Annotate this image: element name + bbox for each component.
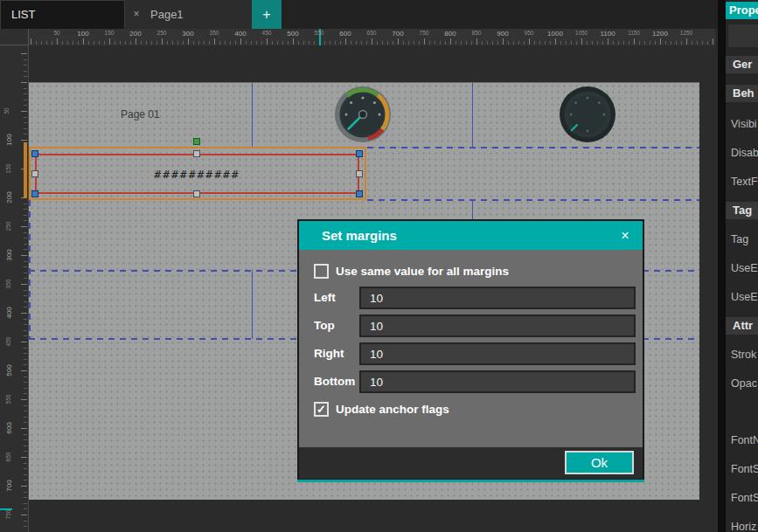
ruler-tick-label: 150 [5, 164, 11, 174]
property-row-label: Disab [726, 144, 758, 162]
gauge-widget[interactable] [557, 84, 618, 145]
ruler-corner [0, 29, 29, 45]
ruler-major-ticks [21, 53, 27, 532]
ruler-tick-label: 1150 [628, 30, 640, 36]
dialog-accent-strip [297, 480, 644, 482]
guide-line-dashed [367, 147, 699, 149]
add-tab-button[interactable]: + [252, 0, 282, 29]
property-row-label: Tag [726, 231, 758, 248]
update-anchor-checkbox-label: Update anchor flags [336, 403, 449, 416]
property-row-label: Opac [726, 375, 758, 392]
properties-panel: Prope GerBehVisibiDisabTextFTagTagUseEUs… [726, 0, 758, 532]
gauge-widget[interactable] [332, 84, 393, 145]
ruler-tick-label: 800 [444, 30, 455, 38]
guide-line-dashed-vertical [29, 200, 31, 339]
ruler-tick-label: 1100 [600, 30, 615, 38]
property-row-label: UseE [726, 259, 758, 277]
designer-app: LIST × Page1 + 5010015020025030035040045… [0, 0, 758, 532]
ruler-tick-label: 650 [367, 30, 377, 36]
resize-handle-topright[interactable] [356, 150, 363, 157]
ruler-tick-label: 450 [262, 30, 272, 36]
ruler-tick-label: 600 [339, 30, 351, 38]
set-margins-dialog: Set margins × Use same value for all mar… [297, 219, 644, 480]
ruler-tick-label: 500 [287, 30, 298, 38]
ruler-tick-label: 250 [157, 30, 167, 36]
vertical-ruler: 5010015020025030035040045050055060065070… [0, 45, 29, 532]
tab-list-label: LIST [11, 8, 35, 21]
textfield-border: ########## [35, 154, 359, 194]
ruler-tick-label: 200 [5, 191, 13, 203]
ruler-tick-label: 1250 [680, 30, 692, 36]
ruler-tick-label: 100 [5, 134, 13, 145]
resize-handle-top[interactable] [193, 150, 200, 157]
ruler-tick-label: 400 [234, 30, 246, 38]
same-value-checkbox-label: Use same value for all margins [336, 265, 509, 278]
page-title-text[interactable]: Page 01 [121, 108, 160, 121]
dialog-body: Use same value for all margins Left Top … [299, 250, 643, 447]
ruler-tick-label: 300 [5, 249, 13, 260]
resize-handle-bottom[interactable] [193, 190, 200, 197]
ruler-tick-label: 400 [5, 307, 13, 318]
close-tab-icon[interactable]: × [129, 0, 143, 29]
property-section-header[interactable]: Beh [726, 85, 758, 102]
ruler-tick-label: 100 [77, 30, 88, 38]
ruler-tick-label: 150 [105, 30, 115, 36]
top-margin-input[interactable] [359, 314, 636, 337]
property-section-header[interactable]: Attr [726, 317, 758, 335]
property-section-header[interactable]: Tag [726, 202, 758, 219]
tab-bar: LIST × Page1 + [0, 0, 726, 29]
ruler-tick-label: 1200 [652, 30, 668, 38]
horizontal-ruler: 5010015020025030035040045050055060065070… [29, 29, 715, 45]
ruler-tick-label: 1000 [547, 30, 563, 38]
ruler-tick-label: 550 [315, 30, 324, 36]
update-anchor-checkbox[interactable]: ✓ [314, 402, 329, 417]
ruler-tick-label: 700 [5, 480, 13, 491]
left-field-label: Left [314, 291, 336, 304]
right-field-label: Right [314, 347, 344, 360]
property-section-header[interactable]: Ger [726, 56, 758, 73]
ruler-tick-label: 700 [392, 30, 403, 38]
guide-line-vertical [252, 271, 253, 339]
ruler-tick-label: 350 [5, 280, 11, 289]
resize-handle-bottomleft[interactable] [31, 190, 38, 197]
property-row-label: FontN [726, 432, 758, 449]
textfield-value: ########## [154, 168, 240, 181]
close-icon[interactable]: × [616, 221, 634, 250]
ruler-tick-label: 300 [182, 30, 193, 38]
same-value-checkbox[interactable] [314, 264, 329, 279]
property-row-label: UseE [726, 288, 758, 306]
resize-handle-bottomright[interactable] [356, 190, 363, 197]
bottom-margin-input[interactable] [359, 370, 636, 393]
property-row-label: Strok [726, 346, 758, 363]
ruler-tick-label: 500 [5, 364, 13, 376]
selection-extent-marker [24, 142, 27, 198]
property-row-label: Horiz [726, 518, 758, 532]
guide-line-vertical [472, 83, 473, 148]
ruler-tick-label: 550 [5, 395, 11, 404]
ruler-tick-label: 1050 [575, 30, 588, 36]
resize-handle-right[interactable] [356, 170, 363, 177]
property-row-label: Visibi [726, 115, 758, 133]
ok-button[interactable]: Ok [565, 451, 634, 474]
tab-page1[interactable]: × Page1 [125, 0, 252, 29]
property-row-label: FontS [726, 460, 758, 478]
resize-handle-topleft[interactable] [31, 150, 38, 157]
ruler-tick-label: 600 [5, 422, 13, 433]
ruler-major-ticks [31, 38, 715, 45]
ruler-tick-label: 750 [420, 30, 429, 36]
right-margin-input[interactable] [359, 342, 636, 365]
ruler-tick-label: 950 [525, 30, 534, 36]
properties-name-box [728, 24, 758, 47]
dialog-title: Set margins [322, 228, 397, 243]
left-margin-input[interactable] [359, 287, 636, 309]
dialog-title-bar[interactable]: Set margins × [299, 221, 643, 250]
tab-page1-label: Page1 [150, 0, 184, 29]
guide-line-dashed [367, 199, 699, 201]
dialog-footer: Ok [299, 447, 643, 479]
properties-panel-header[interactable]: Prope [726, 2, 758, 19]
resize-handle-left[interactable] [31, 170, 38, 177]
rotate-handle[interactable] [193, 138, 200, 145]
bottom-field-label: Bottom [314, 375, 355, 388]
property-row-label: FontS [726, 489, 758, 507]
tab-list[interactable]: LIST [0, 0, 125, 29]
